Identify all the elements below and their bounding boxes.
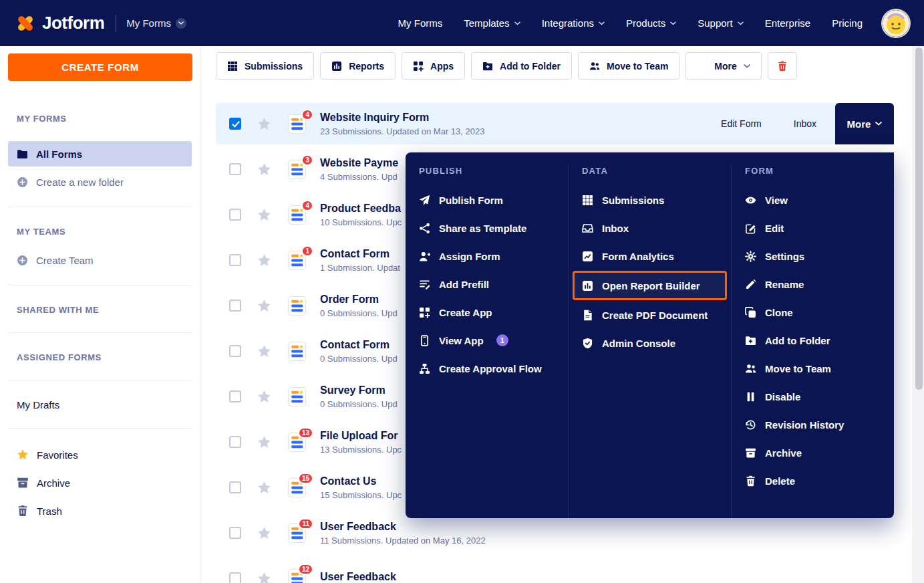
form-title[interactable]: Product Feedba bbox=[320, 203, 402, 215]
form-title[interactable]: Website Payme bbox=[320, 157, 398, 169]
menu-item[interactable]: Publish Form bbox=[406, 186, 568, 214]
menu-item[interactable]: Revision History bbox=[732, 411, 894, 439]
jotform-logo-icon[interactable] bbox=[15, 13, 36, 34]
form-row[interactable]: 4 Website Inquiry Form 23 Submissions. U… bbox=[216, 103, 894, 144]
form-checkbox[interactable] bbox=[229, 345, 241, 357]
star-icon[interactable] bbox=[257, 572, 271, 583]
form-checkbox[interactable] bbox=[229, 572, 241, 583]
menu-item[interactable]: Edit bbox=[732, 214, 894, 242]
sidebar-item-shared-with-me[interactable]: SHARED WITH ME bbox=[17, 305, 200, 315]
breadcrumb[interactable]: My Forms bbox=[126, 17, 186, 29]
nav-item[interactable]: Products bbox=[626, 17, 676, 29]
star-icon[interactable] bbox=[257, 526, 271, 540]
menu-header-data: DATA bbox=[569, 164, 731, 186]
inbox-button[interactable]: Inbox bbox=[794, 118, 816, 129]
create-form-button[interactable]: CREATE FORM bbox=[8, 53, 192, 81]
menu-item[interactable]: Share as Template bbox=[406, 214, 568, 242]
form-title[interactable]: Order Form bbox=[320, 294, 398, 306]
form-title[interactable]: User Feedback bbox=[320, 521, 486, 533]
sidebar-item-archive[interactable]: Archive bbox=[0, 473, 200, 492]
form-checkbox[interactable] bbox=[229, 254, 241, 266]
form-title[interactable]: User Feedback bbox=[320, 571, 396, 583]
star-icon[interactable] bbox=[257, 390, 271, 404]
scrollbar-thumb[interactable] bbox=[915, 47, 923, 390]
sidebar-item-my-drafts[interactable]: My Drafts bbox=[17, 399, 200, 411]
more-button[interactable]: More bbox=[835, 103, 894, 144]
sidebar-item-assigned-forms[interactable]: ASSIGNED FORMS bbox=[17, 352, 200, 362]
star-icon[interactable] bbox=[257, 481, 271, 495]
form-subtitle: 15 Submissions. Upc bbox=[320, 490, 402, 500]
sidebar: CREATE FORM MY FORMS All Forms Create a … bbox=[0, 46, 200, 583]
menu-item[interactable]: Delete bbox=[732, 467, 894, 495]
menu-column-form: FORM View Edit Settings Rename bbox=[732, 164, 894, 518]
plus-circle-icon bbox=[17, 255, 28, 266]
toolbar-button[interactable]: More bbox=[685, 52, 761, 80]
menu-item[interactable]: Admin Console bbox=[569, 329, 731, 357]
star-icon[interactable] bbox=[257, 117, 271, 131]
form-checkbox[interactable] bbox=[229, 118, 241, 130]
nav-item[interactable]: My Forms bbox=[398, 17, 443, 29]
sidebar-item-create-team[interactable]: Create Team bbox=[8, 248, 192, 272]
menu-header-publish: PUBLISH bbox=[406, 164, 568, 186]
form-checkbox[interactable] bbox=[229, 481, 241, 493]
menu-item[interactable]: Add Prefill bbox=[406, 270, 568, 298]
sidebar-item-favorites[interactable]: Favorites bbox=[0, 445, 200, 464]
nav-item[interactable]: Enterprise bbox=[765, 17, 810, 29]
star-icon[interactable] bbox=[257, 253, 271, 267]
menu-item[interactable]: Settings bbox=[732, 242, 894, 270]
menu-item[interactable]: Open Report Builder bbox=[573, 271, 727, 300]
form-title[interactable]: Contact Form bbox=[320, 248, 400, 260]
trash-icon bbox=[17, 505, 29, 517]
nav-item[interactable]: Integrations bbox=[542, 17, 605, 29]
menu-item[interactable]: Create PDF Document bbox=[569, 301, 731, 329]
form-title[interactable]: Survey Form bbox=[320, 384, 398, 396]
menu-item[interactable]: Create App bbox=[406, 298, 568, 326]
sidebar-item-create-folder[interactable]: Create a new folder bbox=[8, 170, 192, 194]
form-checkbox[interactable] bbox=[229, 390, 241, 402]
submission-count-badge: 12 bbox=[298, 564, 313, 575]
form-checkbox[interactable] bbox=[229, 436, 241, 448]
menu-item[interactable]: Add to Folder bbox=[732, 326, 894, 354]
menu-item[interactable]: Form Analytics bbox=[569, 242, 731, 270]
form-checkbox[interactable] bbox=[229, 163, 241, 175]
form-title[interactable]: Contact Form bbox=[320, 339, 398, 351]
menu-item[interactable]: Disable bbox=[732, 382, 894, 411]
menu-item[interactable]: Rename bbox=[732, 270, 894, 298]
star-icon[interactable] bbox=[257, 299, 271, 313]
user-avatar[interactable] bbox=[883, 10, 909, 37]
star-icon[interactable] bbox=[257, 435, 271, 449]
form-title[interactable]: Website Inquiry Form bbox=[320, 112, 484, 124]
menu-item[interactable]: Create Approval Flow bbox=[406, 354, 568, 382]
edit-form-button[interactable]: Edit Form bbox=[721, 118, 762, 129]
form-title[interactable]: File Upload For bbox=[320, 430, 402, 442]
menu-item[interactable]: Archive bbox=[732, 439, 894, 467]
star-icon[interactable] bbox=[257, 344, 271, 358]
form-checkbox[interactable] bbox=[229, 300, 241, 312]
toolbar-button[interactable] bbox=[768, 52, 797, 80]
menu-item[interactable]: Assign Form bbox=[406, 242, 568, 270]
menu-item[interactable]: Move to Team bbox=[732, 354, 894, 382]
form-checkbox[interactable] bbox=[229, 209, 241, 221]
menu-item[interactable]: Submissions bbox=[569, 186, 731, 214]
menu-item[interactable]: Clone bbox=[732, 298, 894, 326]
toolbar-button[interactable]: Reports bbox=[320, 52, 396, 80]
nav-item[interactable]: Support bbox=[698, 17, 744, 29]
sidebar-item-all-forms[interactable]: All Forms bbox=[8, 141, 192, 166]
menu-item[interactable]: View bbox=[732, 186, 894, 214]
nav-item[interactable]: Templates bbox=[464, 17, 520, 29]
menu-item[interactable]: Inbox bbox=[569, 214, 731, 242]
toolbar-button[interactable]: Move to Team bbox=[578, 52, 679, 80]
form-title[interactable]: Contact Us bbox=[320, 475, 402, 487]
nav-item[interactable]: Pricing bbox=[832, 17, 863, 29]
form-subtitle: 4 Submissions. Upd bbox=[320, 172, 398, 182]
toolbar-button[interactable]: Add to Folder bbox=[471, 52, 572, 80]
toolbar-button[interactable]: Apps bbox=[402, 52, 465, 80]
form-row[interactable]: 12 User Feedback bbox=[216, 556, 894, 583]
menu-item[interactable]: View App 1 bbox=[406, 326, 568, 354]
logo-text[interactable]: Jotform bbox=[42, 13, 104, 33]
toolbar-button[interactable]: Submissions bbox=[216, 52, 314, 80]
sidebar-item-trash[interactable]: Trash bbox=[0, 501, 200, 520]
form-checkbox[interactable] bbox=[229, 527, 241, 539]
star-icon[interactable] bbox=[257, 208, 271, 222]
star-icon[interactable] bbox=[257, 162, 271, 177]
